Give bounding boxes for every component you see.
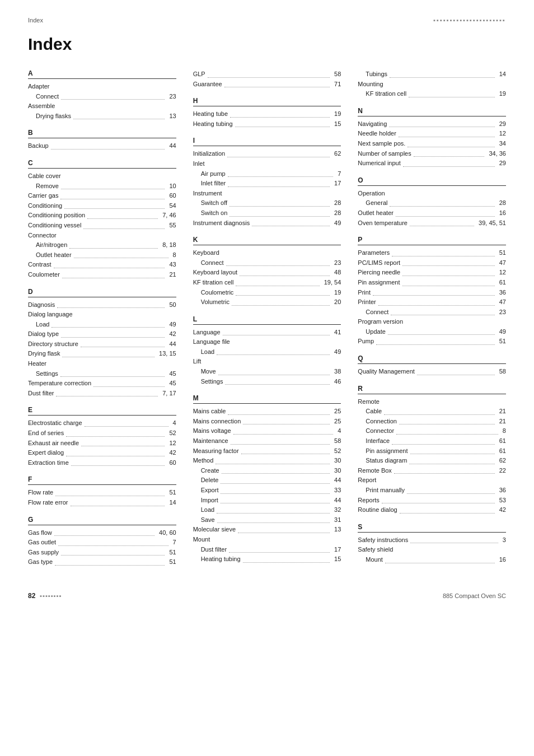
index-entry: Parameters51 <box>358 248 506 258</box>
index-entry: Flow rate error14 <box>28 498 176 508</box>
entry-term: Dialog language <box>28 310 73 320</box>
section-letter-G: G <box>28 516 176 525</box>
entry-term: Lift <box>193 357 202 367</box>
entry-page: 48 <box>334 268 341 278</box>
entry-page: 38 <box>334 367 341 377</box>
section-letter-Q: Q <box>358 354 506 364</box>
entry-page: 61 <box>499 446 506 456</box>
dots-leader <box>230 109 330 118</box>
entry-term: Keyboard layout <box>193 268 238 278</box>
header-left: Index <box>28 17 43 24</box>
entry-page: 20 <box>334 297 341 307</box>
dots-leader <box>60 191 165 199</box>
entry-term: Numerical input <box>358 158 400 169</box>
dots-leader <box>232 297 330 306</box>
dots-leader <box>229 208 330 217</box>
index-section-0-3: DDiagnosis50Dialog languageLoad49Dialog … <box>28 288 176 399</box>
index-entry: Drying flasks13 <box>28 111 176 122</box>
dots-leader <box>388 327 495 335</box>
dots-leader <box>228 179 330 187</box>
dots-leader <box>217 515 330 524</box>
index-entry: Language file <box>193 337 341 347</box>
index-entry: Switch off28 <box>193 198 341 208</box>
entry-term: Print <box>358 288 371 298</box>
index-entry: Molecular sieve13 <box>193 525 341 535</box>
dots-leader <box>390 69 495 78</box>
index-section-2-3: PParameters51PC/LIMS report47Piercing ne… <box>358 236 506 347</box>
index-entry: Remove10 <box>28 181 176 192</box>
entry-term: Mount <box>193 535 210 545</box>
index-entry: Electrostatic charge4 <box>28 418 176 428</box>
dots-leader <box>81 339 165 348</box>
entry-term: Electrostatic charge <box>28 418 82 428</box>
index-entry: Connection21 <box>358 417 506 427</box>
dots-leader <box>61 329 165 338</box>
entry-term: Piercing needle <box>358 268 400 278</box>
dots-leader <box>378 297 495 306</box>
dots-leader <box>402 278 495 286</box>
index-section-0-5: FFlow rate51Flow rate error14 <box>28 475 176 507</box>
entry-page: 58 <box>499 367 506 377</box>
index-entry: Connector <box>28 231 176 241</box>
dots-leader <box>87 211 158 219</box>
dots-leader <box>376 337 495 345</box>
section-letter-P: P <box>358 236 506 245</box>
index-entry: Coulometer21 <box>28 270 176 280</box>
entry-page: 4 <box>173 418 176 428</box>
dots-leader <box>392 248 495 256</box>
entry-page: 12 <box>499 268 506 278</box>
index-content: AAdapterConnect23AssembleDrying flasks13… <box>28 69 506 575</box>
entry-term: Oven temperature <box>358 218 407 228</box>
entry-page: 41 <box>334 328 341 338</box>
entry-term: Outlet heater <box>36 250 72 260</box>
page-number: 82 <box>28 592 35 600</box>
index-section-1-0: GLP58Guarantee71 <box>193 69 341 89</box>
entry-page: 49 <box>499 327 506 337</box>
dots-leader <box>400 505 495 514</box>
dots-leader <box>414 149 485 157</box>
entry-page: 28 <box>334 198 341 208</box>
footer-dots: ▪▪▪▪▪▪▪▪ <box>40 592 62 599</box>
index-entry: Export33 <box>193 486 341 496</box>
index-section-0-6: GGas flow40, 60Gas outlet7Gas supply51Ga… <box>28 516 176 567</box>
dots-leader <box>240 268 330 276</box>
index-entry: Mains connection25 <box>193 417 341 427</box>
index-entry: Conditioning position7, 46 <box>28 211 176 221</box>
index-entry: Instrument diagnosis49 <box>193 218 341 228</box>
entry-page: 13, 15 <box>159 349 176 359</box>
entry-page: 58 <box>334 436 341 446</box>
dots-leader <box>61 181 165 190</box>
entry-term: Flow rate <box>28 488 53 498</box>
dots-leader <box>390 198 494 207</box>
entry-page: 3 <box>503 535 506 545</box>
entry-page: 45 <box>169 369 176 379</box>
dots-leader <box>224 80 330 88</box>
dots-leader <box>55 557 165 566</box>
index-entry: Mains voltage4 <box>193 426 341 436</box>
entry-page: 8, 18 <box>162 240 176 250</box>
dots-leader <box>221 475 330 484</box>
entry-term: Backup <box>28 141 49 151</box>
index-entry: Cable21 <box>358 407 506 417</box>
entry-term: Connector <box>28 231 57 241</box>
dots-leader <box>389 119 494 128</box>
entry-term: Safety shield <box>358 545 393 555</box>
entry-term: Next sample pos. <box>358 139 405 149</box>
entry-page: 13 <box>334 525 341 535</box>
entry-term: Operation <box>358 189 385 199</box>
entry-page: 36 <box>499 288 506 298</box>
index-entry: Settings46 <box>193 377 341 387</box>
section-letter-R: R <box>358 385 506 394</box>
index-section-2-1: NNavigating29Needle holder12Next sample … <box>358 107 506 169</box>
entry-page: 61 <box>499 278 506 288</box>
index-entry: Interface61 <box>358 436 506 446</box>
index-entry: Contrast43 <box>28 260 176 270</box>
entry-page: 58 <box>334 69 341 80</box>
index-entry: Remote Box22 <box>358 466 506 476</box>
page-header: Index ▪▪▪▪▪▪▪▪▪▪▪▪▪▪▪▪▪▪▪▪▪▪ <box>28 17 506 24</box>
index-entry: Mounting <box>358 80 506 90</box>
dots-leader <box>69 240 158 249</box>
entry-page: 22 <box>499 466 506 476</box>
entry-term: Connect <box>36 92 59 102</box>
index-entry: Load49 <box>193 347 341 357</box>
